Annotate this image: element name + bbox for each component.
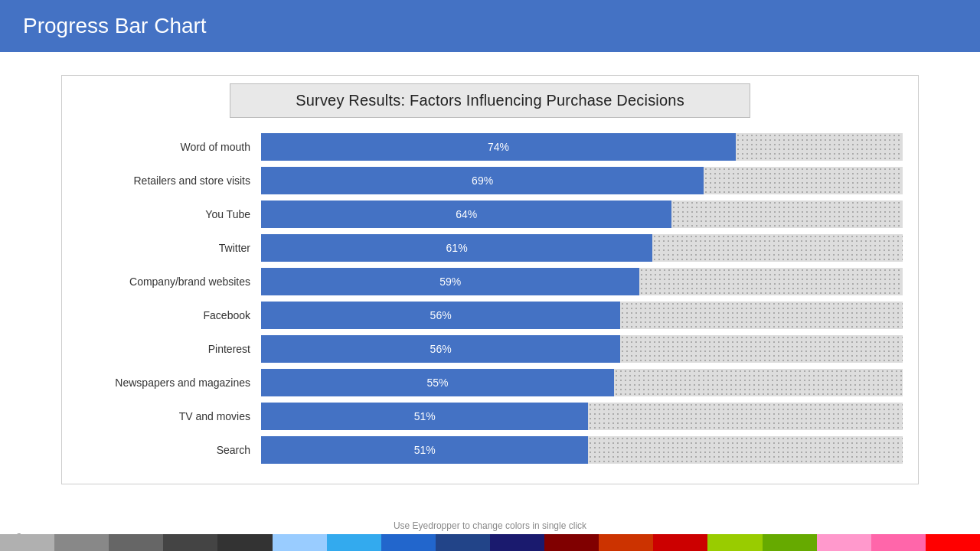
- bar-value-label: 61%: [446, 242, 468, 254]
- bar-row: Company/brand websites59%: [77, 266, 903, 297]
- bar-fill: 51%: [261, 436, 588, 464]
- bar-fill: 59%: [261, 268, 639, 295]
- main-content: Survey Results: Factors Influencing Purc…: [0, 52, 980, 500]
- color-swatch[interactable]: [0, 534, 54, 551]
- bar-value-label: 51%: [414, 444, 436, 456]
- bar-fill: 61%: [261, 234, 652, 262]
- bar-value-label: 51%: [414, 410, 436, 422]
- bar-track: 64%: [261, 201, 903, 228]
- bar-row: Newspapers and magazines55%: [77, 367, 903, 398]
- color-swatches: [0, 534, 980, 551]
- bar-track: 56%: [261, 335, 903, 363]
- bar-label: TV and movies: [77, 410, 261, 422]
- bar-row: Pinterest56%: [77, 334, 903, 364]
- bar-remaining: [614, 369, 903, 396]
- color-swatch[interactable]: [763, 534, 817, 551]
- bar-value-label: 69%: [472, 174, 493, 187]
- bar-row: Twitter61%: [77, 233, 903, 263]
- bar-row: Retailers and store visits69%: [77, 165, 903, 196]
- color-swatch[interactable]: [926, 534, 980, 551]
- bar-fill: 69%: [261, 167, 704, 194]
- color-swatch[interactable]: [653, 534, 707, 551]
- bar-remaining: [652, 234, 903, 262]
- bar-fill: 55%: [261, 369, 614, 396]
- bar-remaining: [639, 268, 903, 295]
- bar-fill: 51%: [261, 403, 588, 430]
- eyedropper-bar: Use Eyedropper to change colors in singl…: [0, 520, 980, 551]
- bar-label: Pinterest: [77, 343, 261, 355]
- bar-value-label: 56%: [430, 343, 452, 355]
- color-swatch[interactable]: [217, 534, 272, 551]
- bar-label: Company/brand websites: [77, 276, 261, 288]
- color-swatch[interactable]: [490, 534, 544, 551]
- bar-label: Search: [77, 444, 261, 456]
- bar-remaining: [588, 403, 903, 430]
- bar-value-label: 55%: [426, 377, 448, 389]
- bar-label: Facebook: [77, 309, 261, 321]
- bars-container: Word of mouth74%Retailers and store visi…: [77, 132, 903, 465]
- color-swatch[interactable]: [381, 534, 436, 551]
- color-swatch[interactable]: [109, 534, 163, 551]
- bar-fill: 64%: [261, 201, 671, 228]
- bar-label: You Tube: [77, 208, 261, 220]
- chart-title: Survey Results: Factors Influencing Purc…: [230, 83, 750, 118]
- bar-track: 51%: [261, 403, 903, 430]
- bar-row: Search51%: [77, 435, 903, 465]
- bar-track: 59%: [261, 268, 903, 295]
- bar-value-label: 64%: [456, 208, 477, 220]
- bar-remaining: [588, 436, 903, 464]
- page-title: Progress Bar Chart: [23, 14, 207, 37]
- bar-track: 56%: [261, 302, 903, 329]
- color-swatch[interactable]: [163, 534, 217, 551]
- bar-fill: 56%: [261, 302, 620, 329]
- bar-value-label: 74%: [488, 141, 509, 153]
- bar-track: 51%: [261, 436, 903, 464]
- bar-label: Word of mouth: [77, 141, 261, 153]
- bar-fill: 56%: [261, 335, 620, 363]
- bar-label: Twitter: [77, 242, 261, 254]
- bar-fill: 74%: [261, 133, 736, 161]
- bar-row: TV and movies51%: [77, 401, 903, 432]
- color-swatch[interactable]: [599, 534, 653, 551]
- color-swatch[interactable]: [327, 534, 381, 551]
- bar-remaining: [704, 167, 903, 194]
- bar-value-label: 59%: [439, 276, 461, 288]
- chart-container: Survey Results: Factors Influencing Purc…: [61, 75, 919, 484]
- bar-track: 55%: [261, 369, 903, 396]
- bar-track: 61%: [261, 234, 903, 262]
- color-swatch[interactable]: [544, 534, 599, 551]
- bar-remaining: [736, 133, 903, 161]
- color-swatch[interactable]: [273, 534, 327, 551]
- color-swatch[interactable]: [707, 534, 762, 551]
- color-swatch[interactable]: [871, 534, 926, 551]
- bar-remaining: [620, 335, 903, 363]
- bar-row: You Tube64%: [77, 199, 903, 230]
- bar-label: Retailers and store visits: [77, 174, 261, 187]
- bar-remaining: [671, 201, 903, 228]
- bar-remaining: [620, 302, 903, 329]
- bar-track: 69%: [261, 167, 903, 194]
- color-swatch[interactable]: [817, 534, 871, 551]
- header: Progress Bar Chart: [0, 0, 980, 52]
- color-swatch[interactable]: [436, 534, 490, 551]
- bar-label: Newspapers and magazines: [77, 377, 261, 389]
- bar-row: Facebook56%: [77, 300, 903, 331]
- color-swatch[interactable]: [54, 534, 109, 551]
- bar-track: 74%: [261, 133, 903, 161]
- eyedropper-text: Use Eyedropper to change colors in singl…: [394, 520, 586, 531]
- bar-value-label: 56%: [430, 309, 452, 321]
- bar-row: Word of mouth74%: [77, 132, 903, 162]
